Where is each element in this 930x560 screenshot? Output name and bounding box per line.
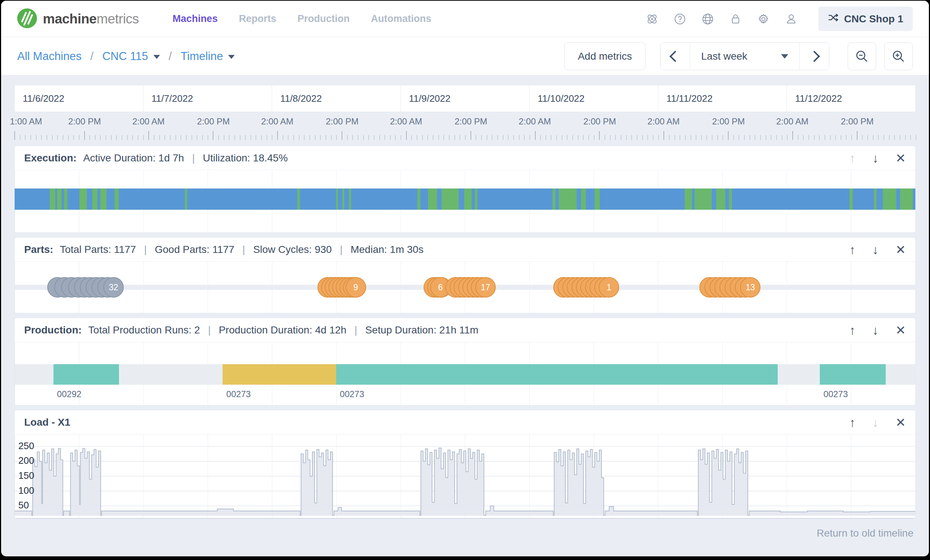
execution-active-segment[interactable] [553,189,556,210]
execution-active-segment[interactable] [50,189,55,210]
axis-tick [519,135,520,140]
execution-active-segment[interactable] [883,189,896,210]
breadcrumb-view-select[interactable]: Timeline [180,50,235,63]
production-run-segment[interactable] [223,364,336,385]
parts-cluster[interactable]: 32 [74,277,123,298]
move-up-icon[interactable]: ↑ [850,416,856,429]
axis-tick [36,135,37,140]
range-select[interactable]: Last week [690,43,800,70]
execution-active-segment[interactable] [342,189,344,210]
close-icon[interactable]: ✕ [896,416,906,429]
parts-count-badge[interactable]: 17 [475,277,496,298]
breadcrumb-all-machines[interactable]: All Machines [17,50,82,63]
production-run-segment[interactable] [54,364,119,385]
execution-active-segment[interactable] [694,189,712,210]
globe-icon[interactable] [701,12,714,26]
axis-tick [95,135,95,140]
execution-active-segment[interactable] [581,189,585,210]
execution-active-segment[interactable] [100,189,106,210]
shop-name: CNC Shop 1 [844,13,903,25]
parts-cluster[interactable]: 17 [445,277,496,298]
execution-active-segment[interactable] [874,189,876,210]
help-icon[interactable] [673,12,687,26]
return-old-timeline-link[interactable]: Return to old timeline [816,528,913,539]
parts-cluster[interactable]: 9 [317,277,366,298]
parts-count-badge[interactable]: 13 [740,277,761,298]
parts-count-badge[interactable]: 32 [103,277,124,298]
parts-count-badge[interactable]: 1 [599,277,619,298]
range-next-button[interactable] [800,43,829,70]
production-panel-actions: ↑ ↓ ✕ [850,324,906,336]
axis-tick [105,135,106,140]
execution-timeline-bar[interactable] [15,189,915,210]
execution-active-segment[interactable] [64,189,67,210]
nav-link-production[interactable]: Production [297,13,350,25]
parts-count-badge[interactable]: 9 [346,277,366,298]
execution-active-segment[interactable] [559,189,577,210]
execution-active-segment[interactable] [57,189,62,210]
execution-active-segment[interactable] [850,189,853,210]
axis-tick [79,135,80,140]
range-prev-button[interactable] [661,43,690,70]
execution-active-segment[interactable] [336,189,338,210]
move-down-icon[interactable]: ↓ [873,324,879,336]
execution-active-segment[interactable] [716,189,725,210]
load-panel-actions: ↑ ↓ ✕ [850,416,906,429]
execution-active-segment[interactable] [349,189,351,210]
nav-link-reports[interactable]: Reports [239,13,276,25]
breadcrumb-machine-select[interactable]: CNC 115 [102,50,160,63]
axis-tick [658,135,659,140]
axis-tick [240,135,240,140]
add-metrics-button[interactable]: Add metrics [564,43,645,70]
shop-selector-button[interactable]: CNC Shop 1 [818,6,913,31]
axis-tick [57,135,58,140]
axis-tick [427,135,428,140]
zoom-out-button[interactable] [848,43,876,70]
gear-icon[interactable] [757,12,770,26]
move-up-icon[interactable]: ↑ [850,324,856,336]
execution-active-segment[interactable] [464,189,472,210]
parts-cluster[interactable]: 13 [699,277,761,298]
load-panel: Load - X1 ↑ ↓ ✕ 25020015010050 [14,410,916,519]
time-axis-labels: 1:00 AM2:00 PM2:00 AM2:00 PM2:00 AM2:00 … [14,112,916,129]
load-title: Load - X1 [24,417,70,428]
execution-active-segment[interactable] [475,189,477,210]
execution-active-segment[interactable] [297,189,300,210]
parts-cluster[interactable]: 1 [553,277,619,298]
close-icon[interactable]: ✕ [896,152,906,165]
move-down-icon[interactable]: ↓ [873,152,879,165]
axis-tick [685,135,686,140]
user-icon[interactable] [785,12,798,26]
execution-active-segment[interactable] [594,189,600,210]
execution-active-segment[interactable] [417,189,421,210]
close-icon[interactable]: ✕ [896,243,906,256]
execution-active-segment[interactable] [185,189,187,210]
close-icon[interactable]: ✕ [896,324,906,336]
production-run-segment[interactable] [820,364,886,385]
move-down-icon[interactable]: ↓ [873,243,879,256]
zoom-in-button[interactable] [884,43,913,70]
execution-active-segment[interactable] [92,189,98,210]
atom-icon[interactable] [645,12,659,26]
axis-tick [417,135,417,140]
brand[interactable]: machinemetrics [17,8,139,30]
lock-icon[interactable] [729,12,742,26]
execution-active-segment[interactable] [900,189,912,210]
axis-tick [325,135,326,140]
nav-link-automations[interactable]: Automations [371,13,431,25]
axis-tick [765,135,766,140]
nav-link-machines[interactable]: Machines [172,13,217,25]
time-label: 2:00 AM [261,116,293,127]
execution-active-segment[interactable] [685,189,692,210]
execution-active-segment[interactable] [442,189,459,210]
time-axis-ruler[interactable] [14,129,916,141]
axis-tick [100,135,101,140]
axis-tick [46,135,47,140]
execution-active-segment[interactable] [80,189,87,210]
move-up-icon[interactable]: ↑ [850,243,856,256]
execution-active-segment[interactable] [428,189,437,210]
production-run-segment[interactable] [336,364,777,385]
execution-active-segment[interactable] [729,189,732,210]
axis-tick [717,135,718,140]
execution-active-segment[interactable] [115,189,119,210]
